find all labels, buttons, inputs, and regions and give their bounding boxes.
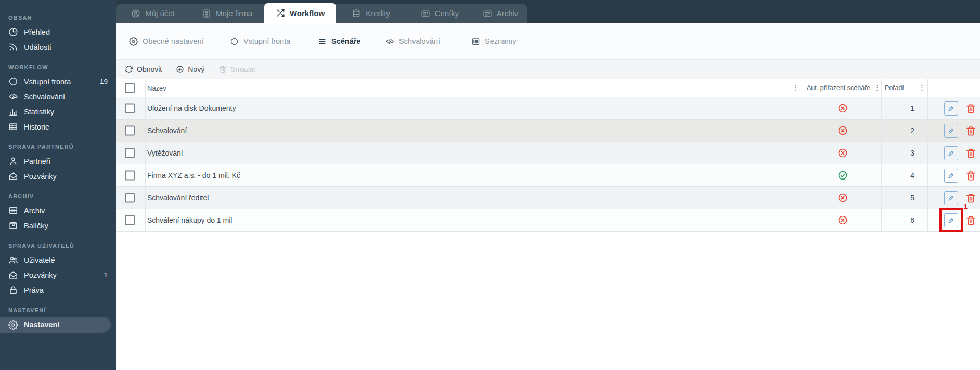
- users-icon: [8, 255, 18, 265]
- card-icon: [421, 9, 430, 18]
- select-all-checkbox[interactable]: [125, 83, 135, 93]
- sidebar-item-label: Vstupní fronta: [24, 78, 71, 86]
- sidebar-section-sprava-partneru: SPRÁVA PARTNERŮ Partneři Pozvánky: [0, 144, 116, 184]
- rss-icon: [8, 42, 18, 52]
- tab-label: Kredity: [366, 9, 390, 18]
- sidebar-item-prava[interactable]: Práva: [0, 283, 116, 298]
- order-value: 4: [862, 171, 914, 180]
- envelope-icon: [8, 171, 18, 181]
- sidebar-item-statistiky[interactable]: Statistiky: [0, 104, 116, 119]
- tab-muj-ucet[interactable]: Můj účet: [116, 4, 190, 23]
- pencil-icon: [947, 194, 955, 202]
- sidebar-item-label: Pozvánky: [24, 271, 57, 279]
- row-checkbox[interactable]: [125, 215, 135, 225]
- sidebar-item-archiv[interactable]: Archiv: [0, 203, 116, 218]
- sidebar-item-label: Přehled: [24, 28, 50, 36]
- delete-row-button[interactable]: [965, 125, 976, 136]
- user-circle-icon: [131, 9, 140, 18]
- sidebar-item-udalosti[interactable]: Události: [0, 40, 116, 55]
- column-header-nazev: Název: [147, 84, 166, 92]
- sidebar-item-prehled[interactable]: Přehled: [0, 24, 116, 40]
- column-divider: [881, 79, 882, 231]
- tab-archiv[interactable]: Archiv: [474, 4, 527, 23]
- column-menu-icon[interactable]: [918, 84, 926, 92]
- button-label: Smazat: [230, 65, 255, 73]
- sidebar-section-label: OBSAH: [0, 15, 116, 21]
- subnav-seznamy[interactable]: Seznamy: [471, 23, 516, 59]
- table-row: Schválení nákupy do 1 mil 6 1: [116, 209, 980, 232]
- column-menu-icon[interactable]: [792, 84, 800, 92]
- circle-icon: [230, 37, 239, 46]
- column-menu-icon[interactable]: [873, 84, 881, 92]
- sidebar-item-uzivatele[interactable]: Uživatelé: [0, 252, 116, 267]
- sidebar-item-balicky[interactable]: Balíčky: [0, 218, 116, 233]
- tab-moje-firma[interactable]: Moje firma: [190, 4, 264, 23]
- edit-button[interactable]: [944, 191, 958, 205]
- x-circle-icon: [837, 148, 848, 158]
- sidebar-item-label: Práva: [24, 286, 44, 295]
- sidebar-section-workflow: WORKFLOW Vstupní fronta 19 Schvalování S…: [0, 64, 116, 134]
- tab-ceniky[interactable]: Ceníky: [406, 4, 474, 23]
- pencil-icon: [947, 127, 955, 135]
- sidebar-item-pozvanky-uzivatele[interactable]: Pozvánky 1: [0, 267, 116, 283]
- sidebar-item-partneri[interactable]: Partneři: [0, 154, 116, 169]
- delete-row-button[interactable]: [965, 193, 976, 203]
- coins-icon: [352, 9, 361, 18]
- column-divider: [927, 79, 928, 231]
- new-button[interactable]: Nový: [176, 65, 204, 73]
- subnav-schvalovani[interactable]: Schvalování: [385, 23, 440, 59]
- subnav-vstupni-fronta[interactable]: Vstupní fronta: [230, 23, 290, 59]
- subnav-label: Scénáře: [331, 37, 360, 45]
- scenario-name: Schvalování ředitel: [147, 194, 209, 202]
- table-row: Vytěžování 3: [116, 142, 980, 164]
- tab-label: Moje firma: [216, 9, 252, 18]
- column-header-poradi: Pořadí: [885, 84, 904, 92]
- main-content: Můj účet Moje firma Workflow Kredity Cen…: [116, 0, 980, 370]
- edit-button[interactable]: [944, 169, 958, 183]
- delete-button[interactable]: Smazat: [218, 65, 255, 73]
- edit-button[interactable]: [944, 213, 958, 227]
- gear-icon: [129, 37, 138, 46]
- table-icon: [8, 122, 18, 132]
- table-toolbar: Obnovit Nový Smazat: [116, 59, 980, 79]
- gear-icon: [8, 320, 18, 330]
- tab-strip: Můj účet Moje firma Workflow Kredity Cen…: [116, 4, 527, 23]
- archive-icon: [8, 206, 18, 215]
- bar-chart-icon: [8, 107, 18, 117]
- scenario-name: Schvalování: [147, 126, 187, 135]
- delete-row-button[interactable]: [965, 215, 976, 226]
- edit-button[interactable]: [944, 101, 958, 116]
- table-row: Schvalování 2: [116, 120, 980, 142]
- subnav-obecne-nastaveni[interactable]: Obecné nastavení: [129, 23, 204, 59]
- x-circle-icon: [837, 125, 848, 136]
- sidebar-item-vstupni-fronta[interactable]: Vstupní fronta 19: [0, 74, 116, 89]
- handshake-icon: [385, 37, 394, 46]
- handshake-icon: [8, 92, 18, 101]
- row-checkbox[interactable]: [125, 148, 135, 158]
- edit-button[interactable]: [944, 146, 958, 160]
- row-checkbox[interactable]: [125, 104, 135, 113]
- column-header-aut-prirazeni: Aut. přiřazení scénáře: [807, 84, 870, 92]
- row-checkbox[interactable]: [125, 193, 135, 203]
- scenario-name: Schválení nákupy do 1 mil: [147, 216, 232, 224]
- delete-row-button[interactable]: [965, 103, 976, 114]
- subnav-scenare[interactable]: Scénáře: [305, 23, 373, 61]
- delete-row-button[interactable]: [965, 170, 976, 181]
- row-checkbox[interactable]: [125, 171, 135, 181]
- sidebar-item-historie[interactable]: Historie: [0, 119, 116, 134]
- sidebar-item-nastaveni[interactable]: Nastavení: [0, 317, 111, 333]
- x-circle-icon: [837, 215, 848, 225]
- tab-kredity[interactable]: Kredity: [336, 4, 406, 23]
- row-checkbox[interactable]: [125, 126, 135, 136]
- edit-button[interactable]: [944, 124, 958, 138]
- card-icon: [483, 9, 492, 18]
- delete-row-button[interactable]: [965, 148, 976, 159]
- sidebar-item-label: Schvalování: [24, 93, 65, 101]
- sidebar-item-schvalovani[interactable]: Schvalování: [0, 89, 116, 104]
- sidebar-item-label: Události: [24, 43, 51, 52]
- subnav-label: Seznamy: [485, 37, 516, 45]
- table-row: Uložení na disk Dokumenty 1: [116, 97, 980, 120]
- sidebar-item-pozvanky-partneri[interactable]: Pozvánky: [0, 169, 116, 184]
- refresh-button[interactable]: Obnovit: [125, 65, 162, 73]
- tab-workflow[interactable]: Workflow: [264, 3, 336, 23]
